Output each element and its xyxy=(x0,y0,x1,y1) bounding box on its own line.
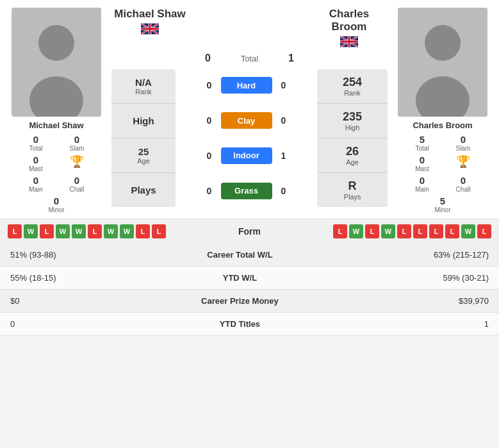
left-flag-icon xyxy=(141,23,159,35)
right-stat-minor: 5 Minor xyxy=(423,195,462,213)
form-badge-w: W xyxy=(349,224,363,238)
left-form-badges: LWLWWLWWLL xyxy=(8,224,166,238)
left-stat-mast: 0 Mast xyxy=(17,154,55,172)
left-plays-cell: Plays xyxy=(111,173,176,207)
form-badge-l: L xyxy=(429,224,443,238)
right-stat-main: 0 Main xyxy=(403,175,441,193)
svg-point-1 xyxy=(38,25,74,61)
right-high-value: 235 xyxy=(343,110,362,124)
svg-point-6 xyxy=(425,25,461,61)
right-stats-panel: 254 Rank 235 High 26 Age R Plays xyxy=(317,69,388,207)
left-stats-panel: N/A Rank High 25 Age Plays xyxy=(111,69,176,207)
right-stat-mast: 0 Mast xyxy=(403,154,441,172)
left-stat-total: 0 Total xyxy=(17,134,55,152)
left-trophy: 🏆 xyxy=(58,154,96,172)
right-flag-icon xyxy=(340,36,358,47)
form-badge-l: L xyxy=(333,224,347,238)
right-stat-val-3: 1 xyxy=(341,313,499,336)
indoor-left-score: 0 xyxy=(203,151,216,161)
left-player-name: Michael Shaw xyxy=(29,120,83,130)
right-player-avatar xyxy=(398,8,487,117)
form-badge-l: L xyxy=(136,224,150,238)
left-stat-chall: 0 Chall xyxy=(58,175,96,193)
left-player-card: Michael Shaw 0 Total 0 Slam 0 Mast 🏆 xyxy=(5,8,108,213)
left-stat-slam: 0 Slam xyxy=(58,134,96,152)
right-stat-val-2: $39,970 xyxy=(341,290,499,313)
form-badge-w: W xyxy=(56,224,70,238)
right-player-card: Charles Broom 5 Total 0 Slam 0 Mast 🏆 xyxy=(391,8,494,213)
stats-row-0: 51% (93-88) Career Total W/L 63% (215-12… xyxy=(0,244,499,267)
form-badge-l: L xyxy=(365,224,379,238)
right-stat-total: 5 Total xyxy=(403,134,441,152)
form-badge-w: W xyxy=(104,224,118,238)
form-badge-l: L xyxy=(397,224,411,238)
right-stat-val-1: 59% (30-21) xyxy=(341,267,499,290)
left-stat-main: 0 Main xyxy=(17,175,55,193)
total-score-row: 0 Total 1 xyxy=(111,53,388,64)
indoor-badge: Indoor xyxy=(221,147,272,164)
hard-left-score: 0 xyxy=(203,80,216,90)
right-rank-cell: 254 Rank xyxy=(317,69,388,104)
left-age-label: Age xyxy=(137,157,150,165)
surface-row-clay: 0 Clay 0 xyxy=(179,112,313,129)
left-stat-val-0: 51% (93-88) xyxy=(0,244,138,267)
right-stat-chall: 0 Chall xyxy=(444,175,482,193)
left-stat-val-2: $0 xyxy=(0,290,138,313)
right-trophy: 🏆 xyxy=(444,154,482,172)
form-badge-w: W xyxy=(381,224,395,238)
form-label: Form xyxy=(238,226,261,236)
left-total-score: 0 xyxy=(199,53,218,64)
form-badge-w: W xyxy=(24,224,38,238)
left-high-value: High xyxy=(133,115,154,126)
total-label: Total xyxy=(224,54,275,63)
indoor-right-score: 1 xyxy=(277,151,290,161)
left-stat-val-1: 55% (18-15) xyxy=(0,267,138,290)
right-age-cell: 26 Age xyxy=(317,138,388,173)
right-high-label: High xyxy=(345,124,360,131)
left-rank-cell: N/A Rank xyxy=(111,69,176,104)
right-player-stats: 5 Total 0 Slam 0 Mast 🏆 0 Main xyxy=(391,134,494,213)
right-total-score: 1 xyxy=(282,53,301,64)
left-player-avatar xyxy=(12,8,101,117)
stats-row-3: 0 YTD Titles 1 xyxy=(0,313,499,336)
stat-label-1: YTD W/L xyxy=(138,267,342,290)
right-stat-val-0: 63% (215-127) xyxy=(341,244,499,267)
form-badge-l: L xyxy=(88,224,102,238)
left-rank-value: N/A xyxy=(135,77,152,88)
right-name-header: Charles Broom xyxy=(311,8,388,47)
right-age-value: 26 xyxy=(346,145,359,158)
form-badge-w: W xyxy=(72,224,86,238)
left-trophy-icon: 🏆 xyxy=(70,154,84,169)
clay-left-score: 0 xyxy=(203,115,216,126)
right-player-name: Charles Broom xyxy=(413,120,472,130)
surface-row-indoor: 0 Indoor 1 xyxy=(179,147,313,164)
grass-badge: Grass xyxy=(221,183,272,199)
right-name-title: Charles Broom xyxy=(311,8,388,33)
right-age-label: Age xyxy=(346,158,359,166)
stat-label-3: YTD Titles xyxy=(138,313,342,336)
right-plays-value: R xyxy=(348,179,357,193)
left-rank-label: Rank xyxy=(135,88,152,95)
left-high-cell: High xyxy=(111,104,176,138)
form-badge-l: L xyxy=(8,224,22,238)
right-form-badges: LWLWLLLLWL xyxy=(333,224,491,238)
right-high-cell: 235 High xyxy=(317,104,388,138)
grass-left-score: 0 xyxy=(203,186,216,196)
surface-row-grass: 0 Grass 0 xyxy=(179,183,313,199)
stats-row-1: 55% (18-15) YTD W/L 59% (30-21) xyxy=(0,267,499,290)
form-badge-l: L xyxy=(413,224,427,238)
form-badge-l: L xyxy=(445,224,459,238)
right-plays-cell: R Plays xyxy=(317,173,388,207)
hard-right-score: 0 xyxy=(277,80,290,90)
stat-label-0: Career Total W/L xyxy=(138,244,342,267)
main-container: Michael Shaw 0 Total 0 Slam 0 Mast 🏆 xyxy=(0,0,499,336)
right-rank-value: 254 xyxy=(343,76,362,89)
clay-badge: Clay xyxy=(221,112,272,129)
surface-rows: 0 Hard 0 0 Clay 0 0 Indoor 1 xyxy=(179,69,313,207)
surface-row-hard: 0 Hard 0 xyxy=(179,77,313,94)
stats-row-2: $0 Career Prize Money $39,970 xyxy=(0,290,499,313)
stats-table: 51% (93-88) Career Total W/L 63% (215-12… xyxy=(0,244,499,336)
left-name-title: Michael Shaw xyxy=(114,8,185,21)
stat-label-2: Career Prize Money xyxy=(138,290,342,313)
top-area: Michael Shaw 0 Total 0 Slam 0 Mast 🏆 xyxy=(0,0,499,219)
